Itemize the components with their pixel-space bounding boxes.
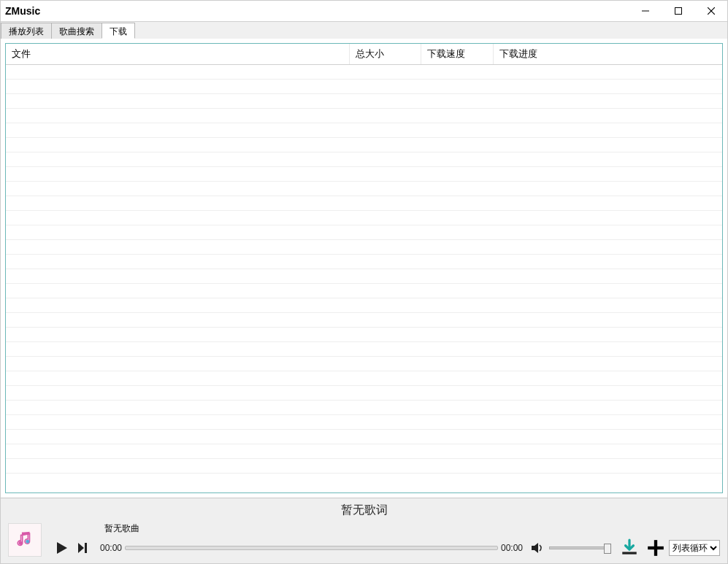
- table-row: [6, 167, 722, 182]
- volume-thumb[interactable]: [604, 544, 611, 554]
- download-button[interactable]: [619, 538, 640, 558]
- table-row: [6, 255, 722, 269]
- window-title: ZMusic: [5, 5, 40, 17]
- play-icon: [55, 541, 69, 555]
- svg-rect-12: [648, 546, 664, 549]
- table-row: [6, 240, 722, 255]
- table-row: [6, 386, 722, 401]
- svg-rect-8: [85, 543, 87, 553]
- window-titlebar: ZMusic: [1, 1, 727, 21]
- column-header-file[interactable]: 文件: [6, 44, 350, 65]
- maximize-icon: [675, 7, 682, 15]
- close-button[interactable]: [694, 1, 727, 21]
- table-row: [6, 80, 722, 94]
- svg-point-5: [26, 540, 29, 544]
- column-header-size[interactable]: 总大小: [350, 44, 421, 65]
- window-controls: [629, 1, 727, 21]
- table-row: [6, 65, 722, 80]
- download-table-body[interactable]: [6, 65, 722, 492]
- table-row: [6, 182, 722, 196]
- next-icon: [77, 541, 91, 555]
- tab-playlist[interactable]: 播放列表: [1, 23, 52, 39]
- table-row: [6, 357, 722, 371]
- plus-icon: [646, 538, 665, 557]
- add-button[interactable]: [645, 538, 666, 558]
- minimize-button[interactable]: [629, 1, 662, 21]
- svg-point-4: [19, 541, 23, 545]
- table-row: [6, 94, 722, 109]
- play-button[interactable]: [53, 539, 71, 557]
- table-row: [6, 459, 722, 474]
- tabstrip: 播放列表 歌曲搜索 下载: [1, 21, 727, 39]
- download-icon: [620, 538, 639, 557]
- table-row: [6, 371, 722, 386]
- table-row: [6, 415, 722, 430]
- volume-control: [530, 541, 612, 555]
- table-row: [6, 444, 722, 459]
- lyrics-text: 暂无歌词: [1, 498, 727, 521]
- content-area: 文件 总大小 下载速度 下载进度: [1, 39, 727, 498]
- column-header-progress[interactable]: 下载进度: [493, 44, 722, 65]
- svg-marker-9: [532, 543, 538, 553]
- time-current: 00:00: [100, 543, 122, 553]
- table-row: [6, 401, 722, 415]
- next-button[interactable]: [75, 539, 93, 557]
- table-row: [6, 284, 722, 298]
- table-row: [6, 269, 722, 284]
- music-note-icon: [15, 530, 34, 549]
- table-row: [6, 152, 722, 167]
- svg-rect-10: [622, 552, 637, 554]
- table-row: [6, 196, 722, 211]
- table-row: [6, 342, 722, 357]
- volume-slider[interactable]: [549, 546, 608, 549]
- table-row: [6, 298, 722, 313]
- progress-slider[interactable]: [125, 546, 498, 550]
- volume-icon[interactable]: [530, 541, 545, 555]
- download-table: 文件 总大小 下载速度 下载进度: [5, 43, 723, 493]
- svg-rect-1: [675, 8, 681, 15]
- time-total: 00:00: [501, 543, 523, 553]
- table-row: [6, 109, 722, 123]
- song-title: 暂无歌曲: [53, 522, 720, 535]
- table-row: [6, 430, 722, 444]
- table-row: [6, 211, 722, 225]
- svg-marker-7: [78, 543, 84, 553]
- loop-mode-select[interactable]: 列表循环: [669, 540, 720, 556]
- tab-search[interactable]: 歌曲搜索: [51, 23, 102, 39]
- column-header-speed[interactable]: 下载速度: [421, 44, 493, 65]
- table-row: [6, 328, 722, 342]
- svg-marker-6: [57, 542, 67, 554]
- player-bar: 暂无歌词 暂无歌曲 00:00: [1, 498, 727, 563]
- tab-download[interactable]: 下载: [101, 23, 135, 39]
- table-row: [6, 123, 722, 138]
- close-icon: [708, 7, 715, 15]
- minimize-icon: [642, 7, 649, 15]
- table-row: [6, 138, 722, 152]
- album-art: [8, 523, 42, 557]
- table-row: [6, 225, 722, 240]
- maximize-button[interactable]: [662, 1, 694, 21]
- table-row: [6, 313, 722, 328]
